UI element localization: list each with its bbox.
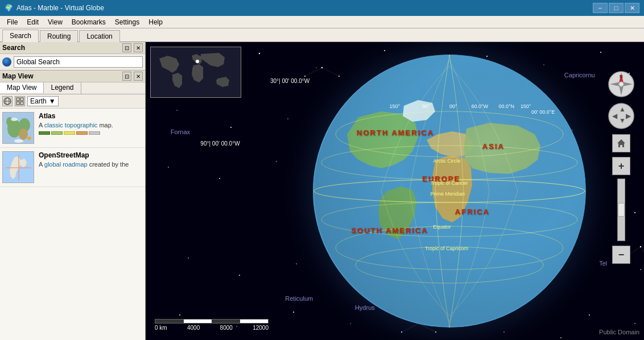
atlas-link[interactable]: classic topographic bbox=[44, 122, 98, 128]
globe-icon-button[interactable] bbox=[2, 96, 13, 106]
mapview-controls: Earth ▼ bbox=[0, 94, 145, 109]
svg-point-37 bbox=[219, 178, 220, 179]
menu-settings[interactable]: Settings bbox=[110, 17, 144, 27]
svg-point-27 bbox=[176, 110, 177, 111]
search-panel-detach-icon[interactable]: ⊡ bbox=[122, 43, 131, 52]
map-tabs: Map View Legend bbox=[0, 82, 145, 94]
atlas-star: ★ bbox=[26, 134, 32, 142]
svg-point-19 bbox=[259, 53, 260, 54]
osm-desc: A global roadmap created by the bbox=[39, 160, 143, 168]
globe-view: Sculptor Piscis Austrinus Fornax Caprico… bbox=[146, 42, 644, 340]
close-button[interactable]: ✕ bbox=[625, 3, 639, 13]
svg-text:▼: ▼ bbox=[619, 117, 626, 125]
svg-point-50 bbox=[589, 314, 590, 316]
menu-edit[interactable]: Edit bbox=[22, 17, 43, 27]
menu-view[interactable]: View bbox=[43, 17, 67, 27]
minimize-button[interactable]: − bbox=[593, 3, 608, 13]
atlas-name: Atlas bbox=[39, 112, 143, 120]
earth-dropdown[interactable]: Earth ▼ bbox=[27, 96, 59, 106]
svg-point-53 bbox=[503, 331, 504, 332]
grid-icon-button[interactable] bbox=[15, 96, 25, 106]
zoom-out-button[interactable]: − bbox=[612, 246, 630, 264]
titlebar-left: 🌍 Atlas - Marble - Virtual Globe bbox=[5, 4, 104, 12]
svg-point-21 bbox=[384, 50, 385, 51]
left-panel: Search ⊡ ✕ Map View ⊡ ✕ bbox=[0, 42, 146, 340]
search-panel-header: Search ⊡ ✕ bbox=[0, 42, 145, 54]
svg-point-74 bbox=[435, 331, 436, 333]
zoom-in-button[interactable]: + bbox=[612, 157, 630, 175]
tab-legend[interactable]: Legend bbox=[44, 82, 81, 94]
tab-search[interactable]: Search bbox=[2, 30, 39, 42]
scale-seg2 bbox=[184, 320, 212, 323]
atlas-thumbnail: ★ bbox=[2, 112, 34, 144]
app-icon: 🌍 bbox=[5, 4, 13, 12]
list-item[interactable]: OpenStreetMap A global roadmap created b… bbox=[0, 148, 145, 187]
menu-help[interactable]: Help bbox=[144, 17, 167, 27]
svg-rect-4 bbox=[20, 98, 23, 101]
zoom-scrollbar[interactable] bbox=[617, 179, 625, 241]
map-panel-section: Map View ⊡ ✕ Map View Legend bbox=[0, 71, 145, 340]
search-panel-icons: ⊡ ✕ bbox=[122, 43, 143, 52]
map-panel-close-icon[interactable]: ✕ bbox=[134, 72, 143, 81]
svg-point-76 bbox=[196, 60, 199, 63]
mini-map bbox=[150, 47, 241, 98]
maximize-button[interactable]: □ bbox=[609, 3, 624, 13]
compass-rose[interactable]: N bbox=[608, 71, 635, 98]
svg-rect-6 bbox=[20, 102, 23, 105]
svg-text:N: N bbox=[620, 74, 623, 79]
zoom-scrollbar-thumb[interactable] bbox=[618, 203, 625, 217]
svg-point-54 bbox=[560, 337, 562, 338]
svg-line-66 bbox=[641, 247, 644, 264]
search-input-row bbox=[0, 54, 145, 70]
svg-point-13 bbox=[14, 139, 23, 143]
map-panel-icons: ⊡ ✕ bbox=[122, 72, 143, 81]
svg-point-43 bbox=[188, 258, 189, 259]
scale-seg4 bbox=[240, 320, 269, 323]
search-globe-icon bbox=[2, 57, 11, 67]
atlas-info: Atlas A classic topographic map. bbox=[39, 112, 143, 144]
tab-routing[interactable]: Routing bbox=[40, 30, 78, 42]
svg-point-12 bbox=[11, 118, 18, 121]
svg-point-48 bbox=[293, 312, 294, 313]
menu-file[interactable]: File bbox=[2, 17, 22, 27]
svg-rect-3 bbox=[16, 98, 19, 101]
titlebar-controls: − □ ✕ bbox=[593, 3, 639, 13]
svg-text:◀: ◀ bbox=[612, 112, 618, 120]
svg-point-25 bbox=[600, 52, 601, 53]
svg-point-42 bbox=[640, 269, 641, 270]
svg-point-72 bbox=[401, 331, 402, 333]
map-list: ★ Atlas A classic topographic map. bbox=[0, 109, 145, 340]
main-layout: Search ⊡ ✕ Map View ⊡ ✕ bbox=[0, 42, 644, 340]
search-input[interactable] bbox=[14, 56, 143, 68]
svg-text:▲: ▲ bbox=[619, 105, 626, 113]
map-panel-title: Map View bbox=[2, 72, 33, 80]
menu-bookmarks[interactable]: Bookmarks bbox=[67, 17, 110, 27]
svg-point-90 bbox=[619, 82, 624, 86]
map-panel-detach-icon[interactable]: ⊡ bbox=[122, 72, 131, 81]
list-item[interactable]: ★ Atlas A classic topographic map. bbox=[0, 109, 145, 148]
svg-point-68 bbox=[640, 246, 641, 247]
globe[interactable]: NORTH AMERICA SOUTH AMERICA EUROPE ASIA … bbox=[313, 55, 586, 327]
svg-point-44 bbox=[239, 275, 240, 276]
titlebar-title: Atlas - Marble - Virtual Globe bbox=[16, 4, 104, 12]
tab-location[interactable]: Location bbox=[79, 30, 119, 42]
osm-link[interactable]: global roadmap bbox=[44, 161, 88, 168]
scale-label-0: 0 km bbox=[155, 325, 167, 331]
scale-seg3 bbox=[212, 320, 240, 323]
svg-point-84 bbox=[314, 56, 585, 326]
tab-map-view[interactable]: Map View bbox=[0, 82, 44, 94]
scale-seg1 bbox=[155, 320, 184, 323]
nav-controls: N ▲ ▼ ◀ ▶ + bbox=[608, 71, 635, 264]
direction-pad[interactable]: ▲ ▼ ◀ ▶ bbox=[608, 102, 635, 130]
home-button[interactable] bbox=[612, 134, 630, 152]
search-panel-close-icon[interactable]: ✕ bbox=[134, 43, 143, 52]
svg-point-62 bbox=[304, 76, 306, 77]
svg-text:▶: ▶ bbox=[626, 112, 631, 120]
map-panel-header: Map View ⊡ ✕ bbox=[0, 71, 145, 82]
scale-ruler bbox=[155, 319, 269, 324]
svg-rect-5 bbox=[16, 102, 19, 105]
earth-dropdown-label: Earth bbox=[30, 97, 47, 105]
earth-dropdown-arrow: ▼ bbox=[49, 97, 56, 105]
svg-point-51 bbox=[634, 323, 635, 324]
scale-track bbox=[155, 319, 269, 324]
